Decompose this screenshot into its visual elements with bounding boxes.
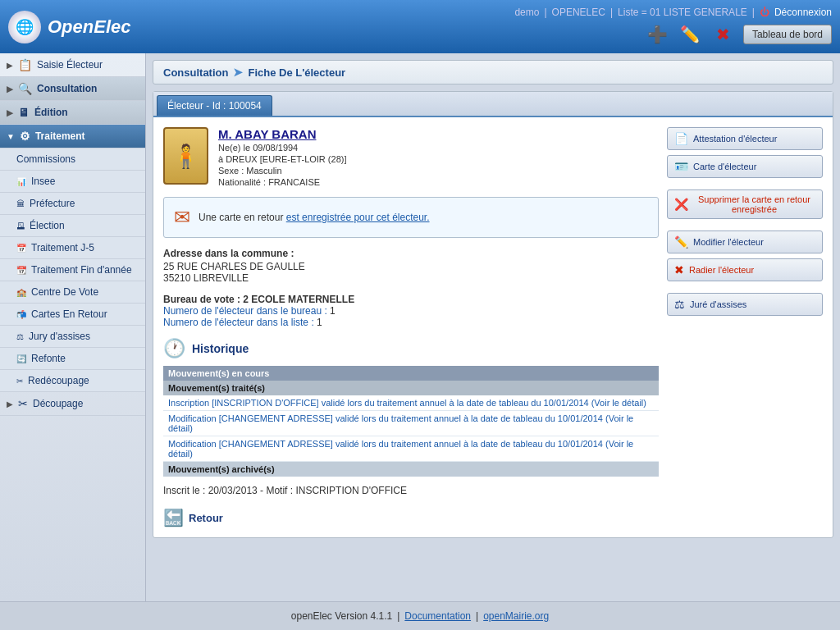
flag-icon: 🏛 (16, 199, 25, 208)
add-icon[interactable]: ➕ (645, 21, 671, 48)
carte-button[interactable]: 🪪 Carte d'électeur (667, 155, 823, 178)
sidebar-item-jury-assises[interactable]: ⚖ Jury d'assises (0, 326, 145, 348)
bureau-section: Bureau de vote : 2 ECOLE MATERNELLE Nume… (163, 294, 659, 328)
sidebar-label-edition: Édition (34, 107, 68, 118)
header-icons: ➕ ✏️ ✖ Tableau de bord (645, 21, 832, 48)
table-row: Mouvement(s) traité(s) (163, 381, 659, 395)
demo-label: demo (514, 7, 539, 18)
supprimer-carte-button[interactable]: ❌ Supprimer la carte en retour enregistr… (667, 189, 823, 219)
delete-icon[interactable]: ✖ (710, 21, 737, 48)
sidebar-item-cartes-retour[interactable]: 📬 Cartes En Retour (0, 304, 145, 326)
centre-icon: 🏫 (16, 288, 26, 297)
supprimer-carte-label: Supprimer la carte en retour enregistrée (693, 194, 815, 214)
decoupage-label: Découpage (33, 398, 83, 409)
sidebar-item-traitement-j5[interactable]: 📅 Traitement J-5 (0, 237, 145, 259)
address-line1: 25 RUE CHARLES DE GAULLE (163, 261, 659, 272)
election-label: Élection (30, 220, 65, 231)
action-panel: 📄 Attestation d'électeur 🪪 Carte d'élect… (667, 127, 823, 527)
prefecture-label: Préfecture (30, 198, 75, 209)
edit-pencil-icon: ✏️ (674, 235, 688, 249)
person-section: 🧍 M. ABAY BARAN Ne(e) le 09/08/1994 à DR… (163, 127, 659, 187)
bureau-title: Bureau de vote : 2 ECOLE MATERNELLE (163, 294, 354, 305)
power-icon: ⏻ (760, 7, 769, 18)
jure-button[interactable]: ⚖ Juré d'assises (667, 293, 823, 316)
historique: 🕐 Historique Mouvement(s) en cours Mouve… (163, 338, 659, 477)
modifier-button[interactable]: ✏️ Modifier l'électeur (667, 231, 823, 253)
fin-icon: 📆 (16, 266, 26, 275)
sidebar-item-decoupage[interactable]: ▶ ✂ Découpage (0, 392, 145, 416)
doc-icon: 📄 (674, 132, 688, 145)
modifier-label: Modifier l'électeur (693, 237, 764, 247)
sidebar-item-redecoupage[interactable]: ✂ Redécoupage (0, 370, 145, 392)
person-lieu: à DREUX [EURE-ET-LOIR (28)] (218, 154, 346, 164)
radier-button[interactable]: ✖ Radier l'électeur (667, 258, 823, 281)
header: 🌐 OpenElec demo | OPENELEC | Liste = 01 … (0, 0, 840, 53)
sidebar-item-edition[interactable]: ▶ 🖥 Édition (0, 101, 145, 125)
historique-header: 🕐 Historique (163, 338, 659, 359)
avatar: 🧍 (163, 127, 208, 185)
table-row: Mouvement(s) en cours (163, 366, 659, 381)
back-arrow-icon: 🔙 (163, 508, 184, 527)
card: Électeur - Id : 100054 🧍 M. ABAY BARAN N… (153, 91, 833, 538)
jury-label: Jury d'assises (29, 331, 90, 342)
tab-electeur[interactable]: Électeur - Id : 100054 (157, 95, 272, 116)
header-top-bar: demo | OPENELEC | Liste = 01 LISTE GENER… (514, 7, 832, 18)
sidebar-item-insee[interactable]: 📊 Insee (0, 171, 145, 193)
main-content: Consultation ➤ Fiche De L'électeur Élect… (146, 53, 840, 601)
hist-data-3[interactable]: Modification [CHANGEMENT ADRESSE] validé… (163, 436, 659, 462)
sidebar-item-prefecture[interactable]: 🏛 Préfecture (0, 193, 145, 215)
attestation-label: Attestation d'électeur (693, 134, 777, 144)
electeur-body: 🧍 M. ABAY BARAN Ne(e) le 09/08/1994 à DR… (153, 117, 833, 537)
sep2: | (610, 7, 613, 18)
address-line2: 35210 LIBREVILLE (163, 272, 659, 284)
footer-sep1: | (397, 610, 399, 622)
sidebar-item-consultation[interactable]: ▶ 🔍 Consultation (0, 77, 145, 101)
sidebar-item-traitement[interactable]: ▼ ⚙ Traitement (0, 125, 145, 148)
sidebar-item-commissions[interactable]: Commissions (0, 148, 145, 171)
hist-header-en-cours: Mouvement(s) en cours (163, 366, 659, 381)
header-right: demo | OPENELEC | Liste = 01 LISTE GENER… (514, 7, 832, 48)
sidebar-item-centre-vote[interactable]: 🏫 Centre De Vote (0, 281, 145, 304)
arrow-icon: ▶ (7, 399, 13, 409)
edit-icon[interactable]: ✏️ (678, 21, 704, 48)
hist-data-2[interactable]: Modification [CHANGEMENT ADRESSE] validé… (163, 411, 659, 436)
jure-label: Juré d'assises (690, 299, 746, 309)
refonte-label: Refonte (31, 353, 66, 364)
clipboard-icon: 📋 (18, 58, 32, 71)
historique-table: Mouvement(s) en cours Mouvement(s) trait… (163, 366, 659, 477)
btn-separator (667, 183, 823, 189)
arrow-icon: ▶ (7, 108, 13, 117)
electeur-left: 🧍 M. ABAY BARAN Ne(e) le 09/08/1994 à DR… (163, 127, 659, 527)
arrow-icon: ▶ (7, 61, 13, 70)
person-nationalite: Nationalité : FRANCAISE (218, 177, 346, 187)
centre-vote-label: Centre De Vote (31, 286, 98, 298)
breadcrumb-fiche: Fiche De L'électeur (248, 66, 345, 79)
sidebar-item-refonte[interactable]: 🔄 Refonte (0, 348, 145, 370)
deconnexion-btn[interactable]: Déconnexion (774, 7, 832, 18)
gear-icon: ⚙ (20, 130, 30, 143)
footer-documentation[interactable]: Documentation (404, 610, 471, 622)
retour-button[interactable]: 🔙 Retour (163, 508, 659, 527)
person-info: M. ABAY BARAN Ne(e) le 09/08/1994 à DREU… (218, 127, 346, 187)
j5-icon: 📅 (16, 244, 26, 253)
sidebar-label-traitement: Traitement (35, 130, 85, 142)
breadcrumb: Consultation ➤ Fiche De L'électeur (153, 60, 833, 84)
tableau-bord-button[interactable]: Tableau de bord (743, 25, 832, 44)
alert-text: Une carte en retour est enregistrée pour… (199, 212, 430, 223)
hist-data-1[interactable]: Inscription [INSCRIPTION D'OFFICE] valid… (163, 395, 659, 411)
attestation-button[interactable]: 📄 Attestation d'électeur (667, 127, 823, 150)
alert-box: ✉ Une carte en retour est enregistrée po… (163, 197, 659, 238)
sidebar-item-traitement-fin[interactable]: 📆 Traitement Fin d'année (0, 259, 145, 281)
sidebar: ▶ 📋 Saisie Électeur ▶ 🔍 Consultation ▶ 🖥… (0, 53, 146, 601)
alert-link[interactable]: est enregistrée pour cet électeur. (286, 212, 430, 223)
radier-label: Radier l'électeur (689, 265, 754, 275)
layout: ▶ 📋 Saisie Électeur ▶ 🔍 Consultation ▶ 🖥… (0, 53, 840, 601)
footer-openmairie[interactable]: openMairie.org (483, 610, 549, 622)
sidebar-item-election[interactable]: 🗳 Élection (0, 215, 145, 237)
table-row: Modification [CHANGEMENT ADRESSE] validé… (163, 411, 659, 436)
table-row: Mouvement(s) archivé(s) (163, 462, 659, 477)
vote-icon: 🗳 (16, 221, 25, 231)
sidebar-item-saisie-electeur[interactable]: ▶ 📋 Saisie Électeur (0, 53, 145, 77)
logo-icon: 🌐 (8, 11, 41, 43)
btn-separator (667, 224, 823, 231)
